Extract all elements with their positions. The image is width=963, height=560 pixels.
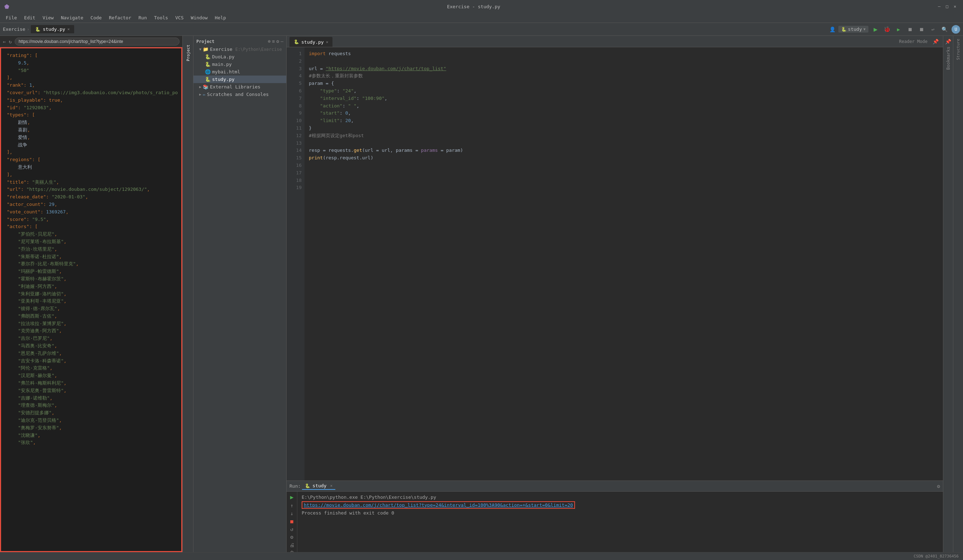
structure-label[interactable]: Structure <box>956 39 960 60</box>
user-avatar[interactable]: U <box>952 25 960 34</box>
editor-tabs: 🐍 study.py ✕ Reader Mode 📌 <box>287 36 943 47</box>
json-actor-18: "吉安卡洛·科森蒂诺", <box>7 357 175 365</box>
html-file-icon: 🌐 <box>205 69 211 74</box>
code-editor[interactable]: 1 2 3 4 5 6 7 8 9 10 11 12 13 14 <box>287 47 943 481</box>
line-numbers: 1 2 3 4 5 6 7 8 9 10 11 12 13 14 <box>287 47 305 481</box>
reader-mode-button[interactable]: Reader Mode <box>897 39 931 44</box>
run-tab-close[interactable]: ✕ <box>330 483 332 488</box>
tree-item-scratches[interactable]: ▶ ✏ Scratches and Consoles <box>193 91 286 98</box>
browser-address-bar: ← ↻ <box>0 36 182 47</box>
run-output-url[interactable]: https://movie.douban.com/j/chart/top_lis… <box>302 501 939 509</box>
menu-help[interactable]: Help <box>212 14 229 21</box>
json-actor-6: "玛丽萨·帕雷德斯", <box>7 268 175 275</box>
browser-address-input[interactable] <box>15 37 180 45</box>
json-line-6: "cover_url": "https://img3.doubanio.com/… <box>7 89 175 97</box>
run-output: E:\Python\python.exe E:\Python\Exercise\… <box>297 492 943 552</box>
tab-close-button[interactable]: ✕ <box>67 27 70 31</box>
json-line-23: "score": "9.5", <box>7 216 175 223</box>
menu-code[interactable]: Code <box>88 14 105 21</box>
json-actor-9: "朱利亚娜·洛约迪切", <box>7 290 175 298</box>
json-actor-17: "恩尼奥·孔萨尔维", <box>7 350 175 357</box>
tree-item-duola[interactable]: 🐍 DuoLa.py <box>193 53 286 60</box>
main-content: ← ↻ "rating": [ 9.5, "50" ], "rank": 1, … <box>0 36 963 552</box>
close-button[interactable]: ✕ <box>954 4 959 9</box>
tree-collapse-icon[interactable]: — <box>280 39 284 44</box>
sidebar-tab-project[interactable]: Project <box>183 39 193 67</box>
run-green-button[interactable]: ▶ <box>290 494 294 500</box>
menu-window[interactable]: Window <box>188 14 211 21</box>
ide-panel: Project Project ⊕ ≡ ⚙ — ▼ 📁 Ex <box>183 36 963 552</box>
tree-item-external-libraries[interactable]: ▶ 📚 External Libraries <box>193 83 286 91</box>
browser-back-button[interactable]: ← <box>3 39 6 44</box>
tree-gear-icon[interactable]: ⚙ <box>276 39 279 44</box>
run-stop-button[interactable]: ■ <box>290 518 293 524</box>
menu-navigate[interactable]: Navigate <box>58 14 86 21</box>
tree-item-mybai[interactable]: 🌐 mybai.html <box>193 68 286 76</box>
run-url-text[interactable]: https://movie.douban.com/j/chart/top_lis… <box>302 501 575 509</box>
menu-file[interactable]: File <box>3 14 20 21</box>
run-panel-label: Run: <box>290 483 301 489</box>
user-icon[interactable]: 👤 <box>829 26 835 32</box>
menu-view[interactable]: View <box>40 14 57 21</box>
run-settings-button[interactable]: ⚙ <box>290 534 293 540</box>
json-actor-15: "吉尔·巴罗尼", <box>7 335 175 342</box>
code-content[interactable]: import requests url = "https://movie.dou… <box>305 47 943 481</box>
external-libraries-icon: 📚 <box>203 84 209 89</box>
settings-gear-icon[interactable]: ⚙ <box>937 483 940 489</box>
tab-study-py[interactable]: 🐍 study.py ✕ <box>31 25 74 33</box>
tree-list-icon[interactable]: ≡ <box>272 39 275 44</box>
browser-content: "rating": [ 9.5, "50" ], "rank": 1, "cov… <box>0 47 182 552</box>
run-up-button[interactable]: ↑ <box>290 503 293 508</box>
pin-icon[interactable]: 📌 <box>931 39 940 44</box>
tree-item-external-label: External Libraries <box>210 84 261 89</box>
run-tab-label: study <box>313 483 326 489</box>
run-print-button[interactable]: 🖨 <box>290 542 295 548</box>
json-line-19: "url": "https://movie.douban.com/subject… <box>7 186 175 193</box>
run-command: E:\Python\python.exe E:\Python\Exercise\… <box>302 494 939 501</box>
undo-button[interactable]: ↩ <box>929 25 937 34</box>
debug-button[interactable]: 🐞 <box>883 25 891 34</box>
bookmarks-pin-icon[interactable]: 📌 <box>945 39 951 44</box>
json-actor-10: "亚美利哥·丰塔尼亚", <box>7 298 175 305</box>
run-down-button[interactable]: ↓ <box>290 511 293 516</box>
json-line-9: "types": [ <box>7 112 175 119</box>
run-rerun-button[interactable]: ↺ <box>290 526 293 532</box>
maximize-button[interactable]: □ <box>946 4 951 9</box>
tree-item-exercise[interactable]: ▼ 📁 Exercise E:\Python\Exercise <box>193 45 286 53</box>
menu-refactor[interactable]: Refactor <box>106 14 135 21</box>
breadcrumb-project[interactable]: Exercise <box>3 26 26 32</box>
json-line-10: 剧情, <box>7 119 175 126</box>
bookmarks-sidebar: 📌 Bookmarks <box>943 36 953 552</box>
tree-item-study[interactable]: 🐍 study.py <box>193 76 286 83</box>
json-line-12: 爱情, <box>7 134 175 141</box>
json-actor-25: "安德烈提多娜", <box>7 409 175 417</box>
menu-tools[interactable]: Tools <box>151 14 171 21</box>
tree-scope-icon[interactable]: ⊕ <box>268 39 271 44</box>
bottom-tab-study[interactable]: 🐍 study ✕ <box>302 482 336 490</box>
json-line-21: "actor_count": 29, <box>7 201 175 209</box>
menu-vcs[interactable]: VCS <box>172 14 186 21</box>
run-button[interactable]: ▶ <box>871 25 880 34</box>
bookmarks-label[interactable]: Bookmarks <box>946 47 951 70</box>
json-line-14: ], <box>7 149 175 156</box>
run-config-selector[interactable]: 🐍 study ▼ <box>838 26 868 32</box>
stop-button[interactable]: ⏹ <box>917 25 926 34</box>
run-config-icon: 🐍 <box>841 27 846 32</box>
bottom-tabs: Run: 🐍 study ✕ ⚙ <box>287 481 943 492</box>
python-file-icon: 🐍 <box>205 77 211 82</box>
coverage-button[interactable]: ▶ <box>894 25 903 34</box>
json-actor-21: "弗兰科·梅斯科利尼", <box>7 380 175 387</box>
profile-button[interactable]: ⏹ <box>906 25 914 34</box>
browser-refresh-button[interactable]: ↻ <box>8 39 11 44</box>
editor-tab-study-py[interactable]: 🐍 study.py ✕ <box>290 37 332 47</box>
pycharm-logo: ⬟ <box>4 3 9 10</box>
folder-icon: 📁 <box>203 47 209 52</box>
search-button[interactable]: 🔍 <box>940 25 948 34</box>
minimize-button[interactable]: — <box>938 4 943 9</box>
editor-tab-close-button[interactable]: ✕ <box>326 40 329 44</box>
title-bar-left: ⬟ <box>4 3 9 10</box>
menu-edit[interactable]: Edit <box>21 14 38 21</box>
menu-run[interactable]: Run <box>136 14 150 21</box>
project-tree: Project ⊕ ≡ ⚙ — ▼ 📁 Exercise E:\Python\E… <box>193 36 287 552</box>
tree-item-main[interactable]: 🐍 main.py <box>193 60 286 68</box>
